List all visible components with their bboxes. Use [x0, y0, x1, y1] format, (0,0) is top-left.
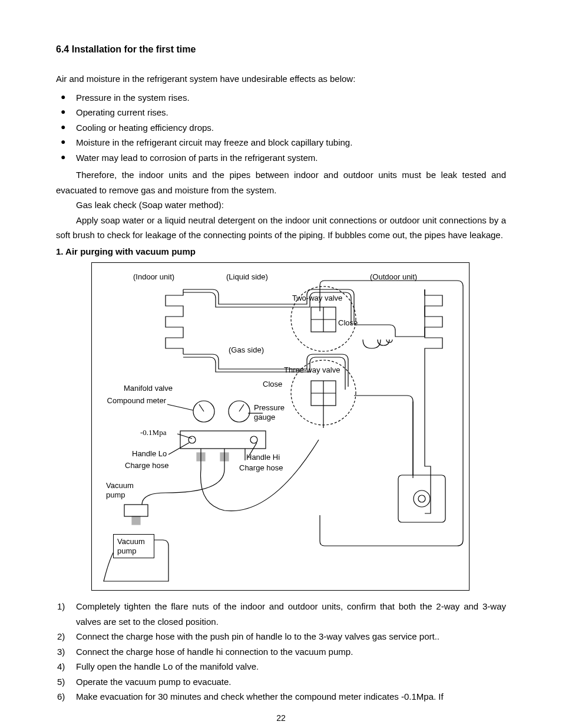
paragraph-gasleak: Gas leak check (Soap water method): — [56, 197, 506, 213]
label-indoor-unit: (Indoor unit) — [133, 272, 174, 282]
svg-rect-19 — [197, 453, 205, 461]
label-mpa: -0.1Mpa — [140, 428, 166, 437]
paragraph-therefore: Therefore, the indoor units and the pipe… — [56, 167, 506, 197]
effects-list: Pressure in the system rises. Operating … — [56, 90, 506, 166]
list-item: Cooling or heating efficiency drops. — [56, 120, 506, 136]
vacuum-pump-diagram: (Indoor unit) (Liquid side) (Outdoor uni… — [91, 262, 470, 591]
svg-line-25 — [177, 434, 192, 439]
svg-rect-22 — [132, 516, 140, 525]
list-item: Connect the charge hose with the push pi… — [56, 629, 506, 644]
svg-point-17 — [189, 436, 196, 443]
list-item: Make evacuation for 30 minutes and check… — [56, 689, 506, 704]
svg-point-10 — [414, 490, 430, 507]
label-close-1: Close — [338, 318, 358, 328]
list-item: Pressure in the system rises. — [56, 90, 506, 106]
list-item: Water may lead to corrosion of parts in … — [56, 150, 506, 166]
label-close-2: Close — [263, 380, 282, 389]
label-liquid-side: (Liquid side) — [226, 272, 268, 282]
svg-line-13 — [199, 404, 204, 411]
label-charge-hose-2: Charge hose — [239, 463, 283, 473]
list-item: Completely tighten the flare nuts of the… — [56, 599, 506, 629]
svg-line-15 — [239, 404, 244, 411]
svg-point-18 — [250, 436, 257, 443]
diagram-container: (Indoor unit) (Liquid side) (Outdoor uni… — [91, 262, 506, 591]
paragraph-soap: Apply soap water or a liquid neutral det… — [56, 213, 506, 243]
label-charge-hose-1: Charge hose — [125, 461, 168, 470]
svg-rect-9 — [398, 475, 445, 522]
label-pressure-gauge: Pressure gauge — [254, 403, 295, 421]
subheading-air-purging: 1. Air purging with vacuum pump — [56, 244, 506, 259]
page-number: 22 — [56, 711, 506, 726]
label-gas-side: (Gas side) — [229, 345, 264, 355]
label-outdoor-unit: (Outdoor unit) — [370, 272, 417, 282]
label-handle-lo: Handle Lo — [132, 449, 167, 459]
list-item: Fully open the handle Lo of the manifold… — [56, 659, 506, 674]
list-item: Operating current rises. — [56, 105, 506, 120]
label-handle-hi: Handle Hi — [246, 453, 280, 462]
svg-rect-16 — [180, 431, 266, 449]
list-item: Moisture in the refrigerant circuit may … — [56, 135, 506, 150]
section-heading: 6.4 Installation for the first time — [56, 41, 506, 57]
intro-text: Air and moisture in the refrigerant syst… — [56, 71, 506, 87]
label-vacuum-pump-1: Vacuum pump — [106, 481, 141, 499]
svg-rect-21 — [124, 505, 148, 516]
label-three-way-valve: Three-way valve — [284, 365, 340, 375]
label-vacuum-pump-2: Vacuum pump — [113, 534, 154, 558]
label-two-way-valve: Two-way valve — [292, 294, 342, 303]
label-manifold-valve: Manifold valve — [117, 384, 173, 393]
list-item: Connect the charge hose of handle hi con… — [56, 644, 506, 660]
svg-point-11 — [418, 495, 425, 502]
steps-list: Completely tighten the flare nuts of the… — [56, 599, 506, 704]
svg-rect-20 — [220, 453, 229, 461]
svg-line-23 — [167, 404, 193, 410]
list-item: Operate the vacuum pump to evacuate. — [56, 674, 506, 690]
label-compound-meter: Compound meter — [100, 396, 166, 406]
